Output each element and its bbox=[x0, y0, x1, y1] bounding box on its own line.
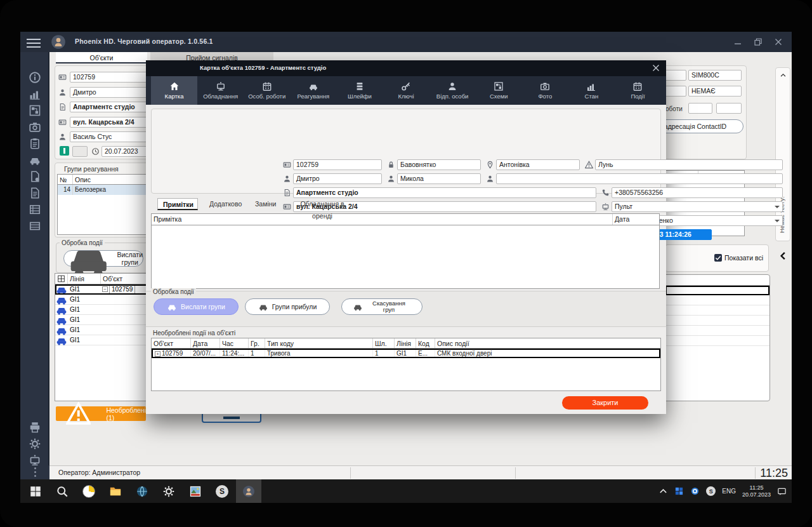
clipped-field-2[interactable] bbox=[665, 86, 686, 97]
dialog-tab-шлейфи[interactable]: Шлейфи bbox=[336, 76, 383, 105]
dialog-tab-ключі[interactable]: Ключі bbox=[383, 76, 429, 105]
camera-icon[interactable] bbox=[29, 121, 41, 133]
notes-tab-1[interactable]: Примітки bbox=[157, 198, 198, 210]
col-4[interactable]: Гр. bbox=[249, 338, 265, 348]
cell-object: −102759 bbox=[101, 285, 153, 294]
show-all-checkbox[interactable]: Показати всі bbox=[714, 254, 763, 262]
clock-app-icon[interactable] bbox=[76, 479, 102, 503]
start-button[interactable] bbox=[23, 479, 48, 503]
app-title: Phoenix HD. Черговий оператор. 1.0.56.1 bbox=[75, 37, 213, 45]
language-indicator[interactable]: ENG bbox=[722, 488, 736, 495]
statusbar-clock: 11:25 bbox=[760, 466, 788, 480]
contact3-field[interactable] bbox=[496, 173, 783, 184]
stats-icon[interactable] bbox=[29, 88, 41, 100]
collapse-toggle[interactable]: − bbox=[102, 286, 108, 292]
notes-tab-2[interactable]: Додатково bbox=[204, 198, 244, 210]
phoenix-app-icon[interactable] bbox=[236, 479, 261, 503]
dialog-tab-label: Відп. особи bbox=[436, 93, 469, 100]
col-2[interactable]: Дата bbox=[191, 338, 220, 348]
expand-toggle[interactable]: + bbox=[155, 351, 160, 357]
dlg-groups-arrived-button[interactable]: Групи прибули bbox=[245, 298, 330, 315]
dialog-tab-відп-особи[interactable]: Відп. особи bbox=[429, 76, 476, 105]
sim-module-field[interactable]: SIM800C bbox=[688, 70, 742, 81]
window-tab-1[interactable]: Об'єкти bbox=[56, 52, 147, 63]
settings-app-icon[interactable] bbox=[156, 479, 181, 503]
tray-cloud-icon[interactable] bbox=[674, 486, 684, 496]
panel-type-dropdown[interactable]: Пульт bbox=[612, 201, 783, 212]
col-3[interactable]: Час bbox=[220, 338, 249, 348]
col-note[interactable]: Примітка bbox=[152, 214, 613, 225]
password-field[interactable]: Бавовнятко bbox=[397, 159, 481, 170]
object-id-field[interactable]: 102759 bbox=[293, 159, 382, 170]
bg-send-groups-button[interactable]: Вислати групи bbox=[63, 250, 143, 267]
status-badge bbox=[60, 146, 69, 156]
printer-icon[interactable] bbox=[29, 421, 41, 434]
col-5[interactable]: Тип коду bbox=[265, 338, 373, 348]
skype-icon[interactable]: S bbox=[209, 479, 235, 503]
chevron-left-icon[interactable] bbox=[778, 251, 788, 261]
work-field-1[interactable] bbox=[688, 103, 712, 114]
col-object[interactable]: Об'єкт bbox=[101, 274, 153, 284]
media-app-icon[interactable] bbox=[183, 479, 208, 503]
col-6[interactable]: Шл. bbox=[373, 338, 395, 348]
tray-chevron-up-icon[interactable] bbox=[658, 486, 668, 496]
status-field[interactable]: НЕМАЄ bbox=[688, 86, 742, 97]
close-dialog-button[interactable]: Закрити bbox=[562, 396, 648, 410]
callsign-field[interactable]: Лунь bbox=[595, 159, 783, 170]
gear-icon[interactable] bbox=[29, 437, 41, 450]
dialog-tab-схеми[interactable]: Схеми bbox=[476, 76, 522, 105]
alarm-event-row[interactable]: +10275920/07/...11:24:...1Тривога1GI1E..… bbox=[152, 349, 660, 358]
cell-9: СМК входної двері bbox=[435, 349, 660, 358]
dialog-tab-особ-роботи[interactable]: Особ. роботи bbox=[244, 76, 290, 105]
col-num[interactable]: № bbox=[58, 175, 73, 184]
dialog-tab-фото[interactable]: Фото bbox=[522, 76, 568, 105]
col-8[interactable]: Код bbox=[416, 338, 435, 348]
list-icon[interactable] bbox=[29, 203, 41, 216]
tray-skype-icon[interactable]: S bbox=[706, 486, 716, 496]
restore-button[interactable] bbox=[752, 37, 764, 47]
browser-icon[interactable] bbox=[129, 479, 155, 503]
col-7[interactable]: Лінія bbox=[395, 338, 416, 348]
contact2-field[interactable]: Микола bbox=[397, 173, 481, 184]
info-icon[interactable] bbox=[29, 71, 41, 84]
doc-icon[interactable] bbox=[29, 187, 41, 199]
dialog-tab-реагування[interactable]: Реагування bbox=[290, 76, 336, 105]
dlg-send-groups-button[interactable]: Вислати групи bbox=[154, 298, 239, 315]
stats-icon bbox=[586, 81, 597, 91]
hamburger-menu-icon[interactable] bbox=[25, 36, 42, 48]
car-icon[interactable] bbox=[29, 154, 41, 166]
phone-field[interactable]: +380575563256 bbox=[612, 187, 783, 198]
clipboard-icon[interactable] bbox=[29, 137, 41, 150]
work-field-2[interactable] bbox=[716, 103, 742, 114]
notification-icon[interactable] bbox=[777, 486, 787, 496]
selected-row-continuation[interactable] bbox=[665, 286, 769, 295]
notes-tab-4[interactable]: Обладнання в оренді bbox=[287, 198, 358, 210]
dialog-close-icon[interactable] bbox=[651, 63, 661, 73]
col-1[interactable]: Об'єкт bbox=[152, 338, 191, 348]
notes-tab-3[interactable]: Заміни bbox=[250, 198, 280, 210]
district-field[interactable]: Антонівка bbox=[496, 159, 580, 170]
close-window-button[interactable] bbox=[773, 37, 784, 47]
col-line[interactable]: Лінія bbox=[68, 274, 101, 284]
col-9[interactable]: Опис події bbox=[435, 338, 660, 348]
chevron-up-icon[interactable] bbox=[779, 72, 787, 79]
list-alt-icon[interactable] bbox=[29, 220, 41, 232]
clipped-field-1[interactable] bbox=[665, 70, 686, 81]
minimize-button[interactable] bbox=[732, 37, 743, 47]
unprocessed-button[interactable]: Необроблені (1) bbox=[56, 406, 146, 421]
dlg-cancel-groups-button[interactable]: Скасування груп bbox=[341, 298, 422, 315]
doc-gear-icon[interactable] bbox=[29, 170, 41, 183]
col-note-date[interactable]: Дата bbox=[613, 214, 659, 225]
tray-clock[interactable]: 11:2520.07.2023 bbox=[742, 484, 771, 498]
dialog-tab-події[interactable]: Події bbox=[615, 76, 661, 105]
dialog-tab-обладнання[interactable]: Обладнання bbox=[197, 76, 244, 105]
file-explorer-icon[interactable] bbox=[103, 479, 128, 503]
search-button[interactable] bbox=[49, 479, 75, 503]
contact1-field[interactable]: Дмитро bbox=[293, 173, 382, 184]
monitor-icon[interactable] bbox=[29, 454, 41, 467]
object-name-field[interactable]: Апартментс студіо bbox=[293, 187, 596, 198]
scheme-icon[interactable] bbox=[29, 104, 41, 117]
dialog-tab-стан[interactable]: Стан bbox=[568, 76, 615, 105]
dialog-tab-картка[interactable]: Картка bbox=[151, 76, 197, 105]
tray-shield-icon[interactable] bbox=[690, 486, 700, 496]
